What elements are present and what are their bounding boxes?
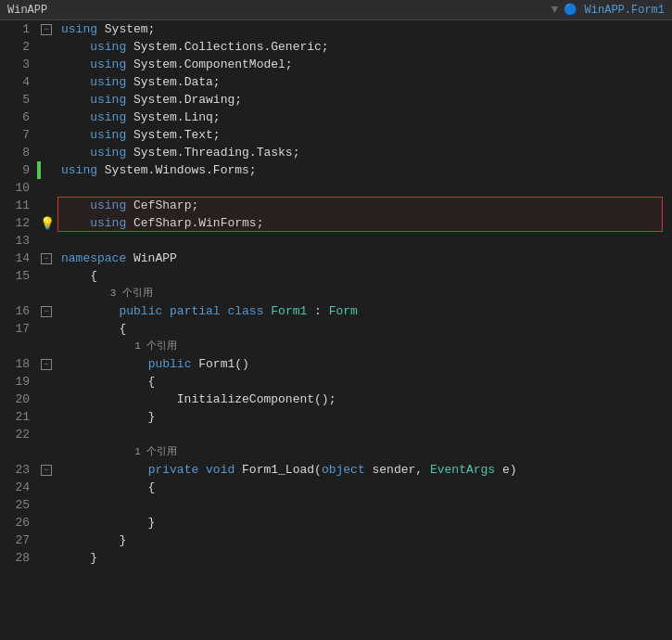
code-token: System; <box>97 20 155 38</box>
code-line: public Form1() <box>57 355 672 373</box>
code-token <box>221 302 228 320</box>
gutter-item <box>37 479 57 496</box>
code-token: sender, <box>365 461 430 479</box>
gutter-item[interactable]: − <box>37 355 57 373</box>
code-token: Form1 <box>271 302 307 320</box>
line-number: 15 <box>4 267 30 285</box>
code-line: } <box>57 531 672 549</box>
code-token: namespace <box>61 250 126 267</box>
gutter-item <box>37 73 57 91</box>
code-token: using <box>61 214 126 232</box>
code-token: System.ComponentModel; <box>126 56 292 73</box>
code-line <box>57 232 672 250</box>
code-token: using <box>61 109 126 126</box>
line-number: 27 <box>4 531 30 549</box>
line-number: 3 <box>4 56 30 73</box>
line-numbers: 1234567891011121314151617181920212223242… <box>0 20 37 640</box>
code-token: using <box>61 144 126 161</box>
code-line: namespace WinAPP <box>57 250 672 267</box>
code-token: WinAPP <box>126 250 177 267</box>
title-bar: WinAPP ▼ 🔵 WinAPP.Form1 <box>0 0 672 20</box>
line-number: 21 <box>4 408 30 426</box>
gutter-item <box>37 109 57 126</box>
code-line: private void Form1_Load(object sender, E… <box>57 461 672 479</box>
code-token: System.Windows.Forms; <box>97 161 257 179</box>
code-token: 1 个引用 <box>61 338 177 355</box>
line-number: 13 <box>4 232 30 250</box>
code-line: { <box>57 267 672 285</box>
code-token: Form <box>329 302 358 320</box>
collapse-icon[interactable]: − <box>41 306 52 317</box>
line-number <box>4 285 30 302</box>
code-line: using System.Text; <box>57 126 672 144</box>
title-right: 🔵 WinAPP.Form1 <box>564 3 665 17</box>
collapse-icon[interactable]: − <box>41 359 52 370</box>
code-token: { <box>61 479 155 496</box>
code-token: } <box>61 408 155 426</box>
code-token: System.Text; <box>126 126 220 144</box>
code-line: using CefSharp.WinForms; <box>57 214 672 232</box>
collapse-icon[interactable]: − <box>41 253 52 264</box>
code-token: CefSharp; <box>126 197 198 214</box>
line-number: 7 <box>4 126 30 144</box>
gutter-item <box>37 179 57 197</box>
gutter-item[interactable]: − <box>37 302 57 320</box>
code-token <box>263 302 271 320</box>
gutter-item[interactable]: 💡 <box>37 214 57 232</box>
line-number: 10 <box>4 179 30 197</box>
code-token: 1 个引用 <box>61 443 177 461</box>
collapse-icon[interactable]: − <box>41 24 52 35</box>
line-number: 6 <box>4 109 30 126</box>
gutter-item[interactable]: − <box>37 20 57 38</box>
collapse-icon[interactable]: − <box>41 465 52 476</box>
code-token: System.Threading.Tasks; <box>126 144 299 161</box>
gutter-item <box>37 197 57 214</box>
gutter-item <box>37 496 57 514</box>
gutter-item <box>37 56 57 73</box>
code-token: using <box>61 73 126 91</box>
code-token <box>61 461 148 479</box>
line-number: 9 <box>4 161 30 179</box>
code-token <box>61 302 119 320</box>
code-token: e) <box>495 461 516 479</box>
line-number: 19 <box>4 373 30 390</box>
code-line: using System.Drawing; <box>57 91 672 109</box>
line-number: 4 <box>4 73 30 91</box>
gutter-item <box>37 285 57 302</box>
code-line: using System; <box>57 20 672 38</box>
code-line <box>57 426 672 443</box>
gutter-item[interactable]: − <box>37 250 57 267</box>
code-token: using <box>61 126 126 144</box>
code-token: } <box>61 549 97 567</box>
code-line: using System.ComponentModel; <box>57 56 672 73</box>
code-line: { <box>57 320 672 338</box>
code-token <box>61 355 148 373</box>
code-token: CefSharp.WinForms; <box>126 214 263 232</box>
gutter-item <box>37 390 57 408</box>
gutter-item <box>37 338 57 355</box>
code-line: } <box>57 408 672 426</box>
line-number: 2 <box>4 38 30 56</box>
code-token: System.Linq; <box>126 109 220 126</box>
gutter-item <box>37 232 57 250</box>
gutter-item[interactable]: − <box>37 461 57 479</box>
code-token <box>162 302 170 320</box>
line-number: 22 <box>4 426 30 443</box>
code-token: System.Collections.Generic; <box>126 38 328 56</box>
code-token: } <box>61 514 155 531</box>
code-token <box>198 461 206 479</box>
gutter-item <box>37 320 57 338</box>
code-line: using System.Linq; <box>57 109 672 126</box>
gutter-item <box>37 549 57 567</box>
gutter-item <box>37 426 57 443</box>
line-number: 8 <box>4 144 30 161</box>
code-token: class <box>227 302 263 320</box>
line-number: 25 <box>4 496 30 514</box>
code-token: Form1_Load( <box>235 461 322 479</box>
code-token: { <box>61 267 97 285</box>
code-token: using <box>61 161 97 179</box>
line-number <box>4 338 30 355</box>
lightbulb-icon[interactable]: 💡 <box>40 216 55 231</box>
code-line: using System.Windows.Forms; <box>57 161 672 179</box>
line-number: 18 <box>4 355 30 373</box>
